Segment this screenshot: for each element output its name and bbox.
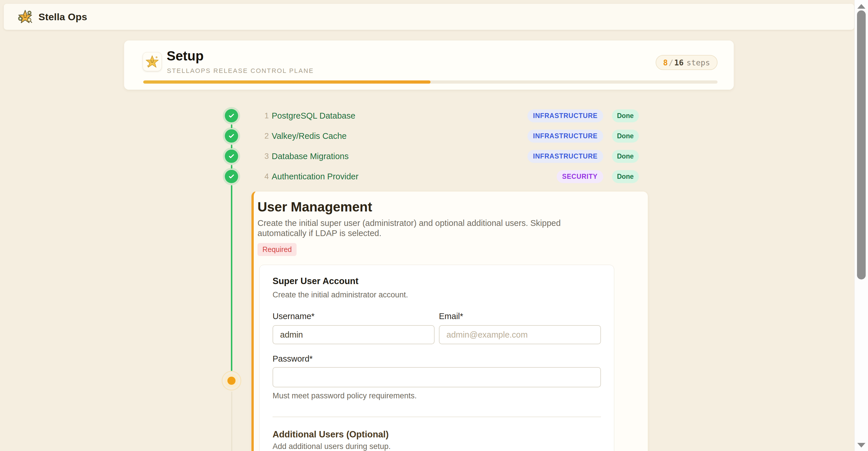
step-complete-check-icon [225, 150, 238, 163]
steps-current: 8 [663, 58, 668, 67]
timeline-connector [231, 185, 232, 371]
timeline-connector [231, 144, 232, 149]
step-row-1[interactable]: 1PostgreSQL DatabaseINFRASTRUCTUREDone [225, 109, 639, 122]
current-step-indicator [227, 377, 236, 385]
step-number: 1 [261, 111, 269, 120]
setup-progress-track [143, 80, 717, 84]
super-user-card: Super User Account Create the initial ad… [259, 265, 614, 451]
email-field[interactable] [439, 325, 601, 344]
steps-unit: steps [687, 58, 710, 67]
step-complete-check-icon [225, 170, 238, 183]
password-label: Password* [273, 354, 601, 364]
scrollbar-thumb[interactable] [857, 10, 866, 280]
password-helper-text: Must meet password policy requirements. [273, 391, 601, 400]
page-title: Setup [167, 48, 204, 64]
step-status-badge: Done [612, 109, 639, 122]
setup-page: Stella Ops Setup STELLAOPS RELEASE CONTR… [0, 0, 868, 451]
step-category-badge: INFRASTRUCTURE [527, 150, 603, 163]
super-user-title: Super User Account [273, 276, 601, 286]
user-management-section: User Management Create the initial super… [251, 191, 648, 451]
step-row-3[interactable]: 3Database MigrationsINFRASTRUCTUREDone [225, 150, 639, 163]
step-number: 3 [261, 152, 269, 161]
brand-title: Stella Ops [38, 11, 87, 23]
top-bar: Stella Ops [4, 4, 854, 30]
scroll-up-arrow-icon[interactable] [857, 4, 865, 9]
step-label: Authentication Provider [272, 172, 359, 182]
timeline-connector [231, 124, 232, 128]
step-label: PostgreSQL Database [272, 111, 355, 121]
stellaops-logo-icon [17, 9, 33, 24]
step-complete-check-icon [225, 129, 238, 142]
step-label: Database Migrations [272, 152, 349, 161]
timeline-pending-connector [231, 392, 232, 451]
step-number: 2 [261, 132, 269, 140]
step-category-badge: SECURITY [557, 170, 603, 183]
timeline-connector [231, 165, 232, 169]
step-number: 4 [261, 172, 269, 181]
step-complete-check-icon [225, 109, 238, 122]
step-status-badge: Done [612, 170, 639, 183]
step-row-4[interactable]: 4Authentication ProviderSECURITYDone [225, 170, 639, 183]
username-label: Username* [273, 312, 435, 321]
setup-logo-icon [143, 52, 162, 71]
setup-header-card: Setup STELLAOPS RELEASE CONTROL PLANE 8 … [124, 40, 734, 90]
password-field[interactable] [273, 367, 601, 387]
step-row-2[interactable]: 2Valkey/Redis CacheINFRASTRUCTUREDone [225, 129, 639, 142]
username-field[interactable] [273, 325, 435, 344]
required-badge: Required [257, 243, 297, 256]
additional-users-title: Additional Users (Optional) [273, 429, 601, 440]
steps-progress-badge: 8 / 16 steps [656, 55, 717, 70]
section-divider [273, 417, 601, 417]
section-description: Create the initial super user (administr… [257, 218, 590, 238]
super-user-subtitle: Create the initial administrator account… [273, 290, 601, 299]
step-status-badge: Done [612, 130, 639, 142]
email-label: Email* [439, 312, 601, 321]
steps-separator: / [668, 58, 674, 67]
vertical-scrollbar[interactable] [855, 0, 868, 451]
page-subtitle: STELLAOPS RELEASE CONTROL PLANE [167, 67, 314, 75]
scroll-down-arrow-icon[interactable] [857, 443, 865, 448]
step-category-badge: INFRASTRUCTURE [527, 130, 603, 142]
additional-users-subtitle: Add additional users during setup. [273, 442, 601, 451]
step-label: Valkey/Redis Cache [272, 131, 347, 141]
setup-progress-fill [143, 80, 431, 84]
step-category-badge: INFRASTRUCTURE [527, 109, 603, 122]
steps-total: 16 [674, 58, 684, 67]
section-title: User Management [257, 199, 648, 215]
step-status-badge: Done [612, 150, 639, 163]
